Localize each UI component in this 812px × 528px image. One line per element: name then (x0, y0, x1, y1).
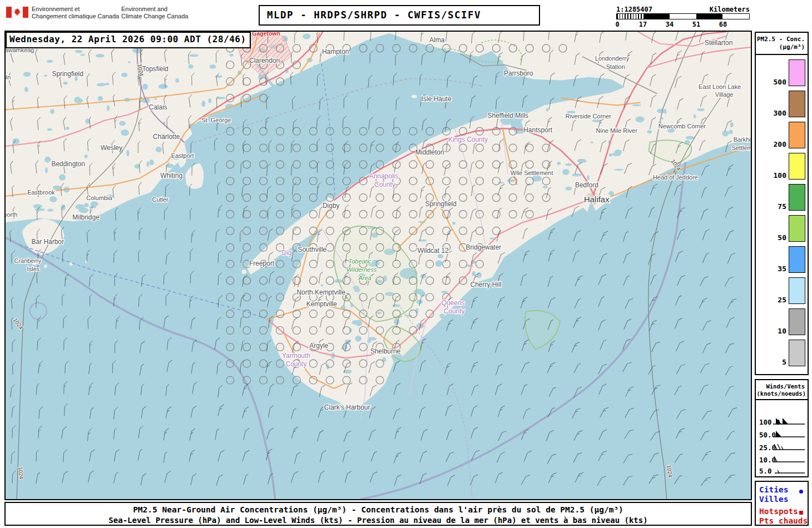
pm25-swatch (789, 122, 805, 148)
place-label: Beddington (51, 160, 85, 168)
scale-tick: 68 (719, 21, 727, 28)
mldp-map-viewer: Environnement etChangement climatique Ca… (0, 0, 812, 528)
place-label: Clarendon (249, 57, 280, 64)
place-label: Wilderness (346, 266, 377, 273)
place-label: Head of Jeddore (653, 174, 698, 181)
pm25-swatch (789, 246, 805, 273)
wind-barb-icon (774, 455, 806, 464)
scale-tick: 0 (615, 21, 619, 28)
place-label: Barkho (734, 136, 751, 143)
wind-barb-icon (774, 430, 806, 439)
place-label: Wesley (101, 144, 122, 152)
caption-line2: Sea-Level Pressure (hPa) and Low-Level W… (6, 515, 751, 525)
legend-divider (756, 399, 808, 400)
pm25-swatch-value: 500 (756, 78, 786, 86)
hotspot-marker-icon (799, 511, 803, 515)
pm25-swatch-value: 300 (756, 109, 786, 117)
place-label: Columbia (86, 195, 112, 201)
place-label: Parrsboro (504, 69, 533, 77)
hotspots-label-en: Hotspots (759, 507, 798, 516)
pm25-swatch-value: 10 (756, 327, 786, 335)
place-label: Cranberry (14, 257, 42, 264)
pm25-swatch-value: 25 (756, 296, 786, 304)
pm25-swatch (789, 59, 805, 86)
pm25-swatch-value: 200 (756, 140, 786, 148)
caption-box: PM2.5 Near-Ground Air Concentrations (µg… (4, 502, 752, 526)
place-label: Area (358, 275, 372, 281)
place-label: Riverside Corner (566, 113, 611, 119)
place-label: Clark's Harbour (324, 404, 370, 411)
place-label: Springfield (52, 70, 83, 78)
place-label: Eastbrook (27, 189, 55, 196)
place-label: Kemptville (306, 300, 337, 308)
place-label: Hantsport (523, 126, 552, 134)
place-label: Calais (149, 103, 167, 111)
canada-flag-icon (6, 7, 28, 18)
product-title: MLDP - HRDPS/SHRPD - CWFIS/SCIFV (259, 5, 540, 26)
place-label: County (374, 181, 395, 188)
place-label: Isle Haute (422, 95, 452, 103)
place-label: Topsfield (142, 65, 169, 73)
place-label: oln (6, 74, 11, 81)
place-label: Wildcat 12 (418, 247, 449, 255)
org-name-english: Environment andClimate Change Canada (121, 6, 188, 20)
place-label: Gagetown (252, 32, 280, 37)
place-label: St. George (201, 117, 231, 123)
place-label: Halifax (584, 195, 610, 204)
place-label: Kings County (448, 136, 488, 143)
place-label: East Loon Lake (699, 83, 741, 90)
scale-unit-label: Kilometers (710, 6, 750, 13)
place-label: Sheffield Mills (488, 112, 529, 119)
place-label: Springfield (425, 200, 456, 208)
place-label: Digby (323, 202, 340, 210)
place-label: Tobeatic (349, 258, 372, 265)
place-label: Hampton (322, 48, 349, 56)
scale-strip (616, 13, 750, 19)
place-label: Freeport (249, 260, 275, 267)
place-label: Alma (429, 36, 445, 44)
pm25-swatch (789, 215, 805, 242)
pm25-swatch-value: 100 (756, 171, 786, 180)
place-label: Queens (442, 299, 465, 307)
map-canvas: ttawamkeagSpringfieldTopsfieldolnCalaisS… (4, 31, 752, 500)
place-label: Settlem (731, 145, 751, 151)
place-label: Nine Mile River (596, 127, 638, 134)
pm25-swatch-value: 35 (756, 265, 786, 273)
place-label: Wile Settlement (511, 170, 553, 176)
legend-divider (756, 54, 808, 55)
wind-barb-icon (774, 466, 806, 475)
place-label: County (444, 307, 465, 315)
place-label: Cutler (152, 196, 169, 203)
place-label: Newcomb Corner (658, 123, 706, 129)
place-label: Bar Harbor (32, 238, 64, 246)
map-scale-bar: 1:1285407 Kilometers 0 17 34 51 68 (616, 6, 750, 28)
place-label: Londonderry (595, 55, 630, 62)
cities-label-en: Cities (759, 485, 788, 494)
place-label: Yarmouth (282, 352, 310, 360)
place-label: Milbridge (72, 213, 100, 221)
place-label: Annapolis (369, 172, 399, 180)
scale-tick: 17 (639, 21, 647, 28)
sites-legend: Cities Villes Hotspots Pts chauds (755, 481, 809, 526)
place-label: Middleton (415, 148, 444, 156)
winds-legend: Winds/Vents (knots/noeuds) 100.050.025.0… (755, 379, 809, 477)
city-marker-icon (799, 490, 803, 494)
pm25-legend-units: (µg/m³) (779, 43, 805, 51)
place-label: Southville (298, 246, 326, 253)
pm25-legend-title: PM2.5 - Conc. (757, 36, 805, 43)
cities-label-fr: Villes (759, 495, 788, 504)
place-label: Eastport (171, 152, 194, 159)
wind-barb-icon (774, 442, 806, 451)
place-label: Village (715, 91, 734, 98)
winds-legend-units: (knots/noeuds) (756, 390, 806, 397)
pm25-swatch-value: 5 (756, 358, 786, 366)
place-label: Bedford (575, 181, 598, 189)
place-label: Stellarton (705, 39, 732, 47)
place-label: worth (6, 211, 17, 218)
place-label: County (286, 360, 307, 368)
pm25-swatch-value: 50 (756, 233, 786, 242)
place-label: North Kemptville (296, 288, 345, 296)
pm25-swatch (789, 308, 805, 335)
pm25-swatch (789, 91, 805, 117)
place-label: 1024 (17, 466, 24, 479)
